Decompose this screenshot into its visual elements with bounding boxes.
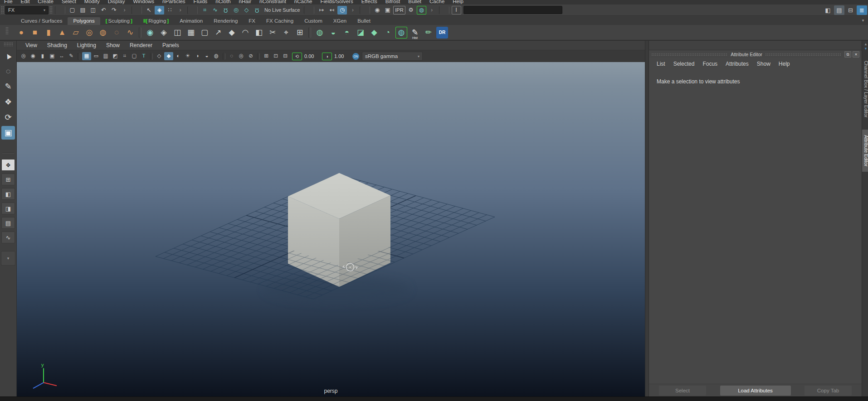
extrude-icon[interactable]: ↗: [212, 27, 224, 39]
snap-to-view-plane-icon[interactable]: Ω: [252, 6, 262, 14]
reduce-mesh-icon[interactable]: ◈: [158, 27, 170, 39]
grid-toggle-icon[interactable]: ▦: [82, 52, 91, 60]
shelf-tab-rigging[interactable]: ‖[Rigging]: [138, 17, 174, 25]
ae-menu-selected[interactable]: Selected: [669, 61, 699, 67]
layout-persp-curve[interactable]: ∿: [1, 232, 15, 243]
menu-help[interactable]: Help: [449, 0, 468, 4]
scroll-down-icon[interactable]: ▼: [864, 47, 868, 51]
multi-cut-icon[interactable]: ✂: [267, 27, 278, 39]
viewport-canvas[interactable]: y persp: [17, 62, 645, 396]
plugin-capture-icon[interactable]: ⊟: [281, 52, 290, 60]
ae-menu-attributes[interactable]: Attributes: [722, 61, 753, 67]
shelf-tab-xgen[interactable]: XGen: [328, 17, 352, 25]
command-field-icon[interactable]: I: [452, 6, 461, 14]
history-pencil-icon[interactable]: ✎Hist: [409, 27, 421, 39]
select-component-mode-icon[interactable]: ∷: [165, 6, 175, 14]
shadows-icon[interactable]: ◑: [193, 52, 202, 60]
layout-persp-graph[interactable]: ◨: [1, 203, 15, 214]
group-collapse-icon[interactable]: ›: [348, 6, 357, 14]
select-camera-icon[interactable]: ◎: [19, 52, 28, 60]
wire-cube-icon[interactable]: ▢: [199, 27, 210, 39]
tool-settings-toggle-icon[interactable]: ⊟: [845, 5, 856, 15]
colorspace-dropdown[interactable]: sRGB gamma ▾: [362, 52, 423, 61]
menu-modify[interactable]: Modify: [80, 0, 104, 4]
poly-sphere-icon[interactable]: ●: [15, 27, 27, 39]
poly-cylinder-icon[interactable]: ▮: [43, 27, 54, 39]
arnold-renderview-icon[interactable]: ◍: [417, 6, 426, 14]
ae-popout-button[interactable]: ⧉: [844, 51, 851, 58]
menu-file[interactable]: File: [0, 0, 17, 4]
menu-bifrost[interactable]: Bifrost: [381, 0, 405, 4]
menu-nhair[interactable]: nHair: [235, 0, 255, 4]
shelf-tab-polygons[interactable]: Polygons: [68, 17, 100, 25]
wireframe-mode-icon[interactable]: ◇: [155, 52, 164, 60]
menu-windows[interactable]: Windows: [129, 0, 158, 4]
shaded-mode-icon[interactable]: ◆: [164, 52, 173, 60]
undo-icon[interactable]: ↶: [99, 6, 108, 14]
isolate-select-icon[interactable]: ⊘: [246, 52, 255, 60]
exposure-toggle-icon[interactable]: ⟲: [292, 53, 302, 60]
active-tool-icon[interactable]: ◍: [395, 27, 407, 39]
select-button[interactable]: Select: [659, 386, 706, 396]
command-line-input[interactable]: [463, 6, 562, 14]
plugin-overlay-icon[interactable]: ⊞: [262, 52, 271, 60]
menu-ncache[interactable]: nCache: [290, 0, 317, 4]
plugin-annotate-icon[interactable]: ⊡: [271, 52, 280, 60]
poly-cube-icon[interactable]: ■: [29, 27, 41, 39]
shelf-tab-curves-surfaces[interactable]: Curves / Surfaces: [15, 17, 68, 25]
attribute-editor-toggle-icon[interactable]: ▤: [834, 5, 844, 15]
ae-menu-help[interactable]: Help: [775, 61, 794, 67]
safe-title-icon[interactable]: T: [139, 52, 148, 60]
scale-tool[interactable]: ▣: [1, 126, 15, 140]
menu-cache[interactable]: Cache: [425, 0, 449, 4]
menu-create[interactable]: Create: [34, 0, 58, 4]
wedge-icon[interactable]: ◆: [368, 27, 380, 39]
channel-box-toggle-icon[interactable]: ≣: [857, 5, 867, 15]
ae-menu-show[interactable]: Show: [753, 61, 775, 67]
panel-menu-view[interactable]: View: [20, 42, 42, 48]
panel-menu-show[interactable]: Show: [101, 42, 125, 48]
make-live-icon[interactable]: ◇: [242, 6, 251, 14]
shelf-grip[interactable]: [5, 27, 9, 35]
exposure-value[interactable]: 0.00: [304, 53, 317, 59]
panel-menu-renderer[interactable]: Renderer: [125, 42, 157, 48]
open-render-view-icon[interactable]: ◉: [372, 6, 382, 14]
layout-persp-outliner[interactable]: ◧: [1, 188, 15, 200]
make-grid-icon[interactable]: ▦: [185, 27, 197, 39]
load-attributes-button[interactable]: Load Attributes: [720, 386, 791, 396]
textured-mode-icon[interactable]: ◐: [174, 52, 183, 60]
copy-tab-button[interactable]: Copy Tab: [805, 386, 852, 396]
xray-joints-icon[interactable]: ◎: [237, 52, 246, 60]
bookmark-icon[interactable]: ▮: [38, 52, 47, 60]
layout-expander-button[interactable]: ▾: [1, 251, 15, 266]
panel-menu-lighting[interactable]: Lighting: [72, 42, 101, 48]
ipr-render-icon[interactable]: IPR: [393, 6, 405, 14]
poly-torus-icon[interactable]: ◎: [83, 27, 95, 39]
ambient-occlusion-icon[interactable]: ◒: [202, 52, 211, 60]
redo-icon[interactable]: ↷: [109, 6, 119, 14]
quad-draw-icon[interactable]: ⊞: [294, 27, 306, 39]
color-management-on-icon[interactable]: ON: [352, 53, 359, 60]
render-settings-icon[interactable]: ⚙: [406, 6, 416, 14]
shelf-tab-sculpting[interactable]: [Sculpting]: [100, 17, 138, 25]
toolbox-grip[interactable]: [4, 42, 13, 46]
menu-set-dropdown[interactable]: FX ▾: [5, 6, 49, 14]
modeling-toolkit-toggle-icon[interactable]: ◧: [823, 5, 833, 15]
separate-icon[interactable]: ◪: [355, 27, 366, 39]
menu-display[interactable]: Display: [104, 0, 129, 4]
menu-fluids[interactable]: Fluids: [190, 0, 212, 4]
rotate-tool[interactable]: ⟳: [1, 111, 15, 124]
snap-to-projected-center-icon[interactable]: ◎: [231, 6, 241, 14]
xray-icon[interactable]: ◌: [227, 52, 236, 60]
select-object-mode-icon[interactable]: ◈: [155, 6, 164, 14]
lasso-select-tool[interactable]: ◌: [1, 64, 15, 78]
side-tab-attribute-editor[interactable]: Attribute Editor: [862, 130, 868, 172]
field-chart-icon[interactable]: ⌗: [120, 52, 129, 60]
scroll-up-icon[interactable]: ▲: [864, 43, 868, 46]
shelf-tab-bullet[interactable]: Bullet: [352, 17, 376, 25]
select-hierarchy-mode-icon[interactable]: ↖: [144, 6, 154, 14]
render-current-frame-icon[interactable]: ▣: [383, 6, 392, 14]
menu-select[interactable]: Select: [58, 0, 80, 4]
shelf-tab-rendering[interactable]: Rendering: [208, 17, 243, 25]
boolean-union-icon[interactable]: ◍: [314, 27, 326, 39]
